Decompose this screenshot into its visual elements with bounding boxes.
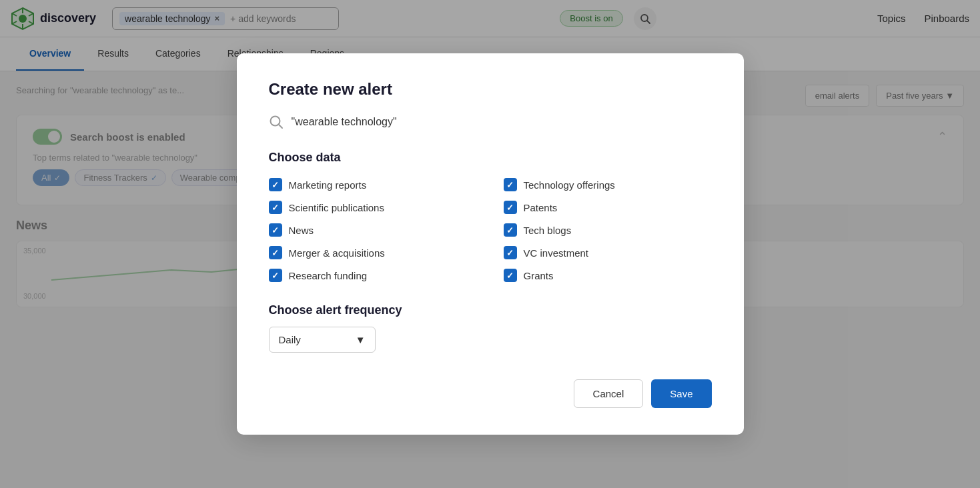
checkbox-research-icon[interactable] bbox=[269, 269, 282, 282]
checkbox-vc-label: VC investment bbox=[524, 247, 589, 259]
checkbox-tech-blogs-icon[interactable] bbox=[504, 223, 517, 237]
svg-line-11 bbox=[278, 125, 282, 129]
checkbox-merger-label: Merger & acquisitions bbox=[289, 247, 385, 259]
checkbox-marketing-label: Marketing reports bbox=[289, 179, 367, 191]
checkbox-scientific-publications[interactable]: Scientific publications bbox=[269, 201, 477, 214]
checkbox-scientific-label: Scientific publications bbox=[289, 202, 384, 213]
modal-search-icon bbox=[269, 115, 284, 129]
checkbox-technology-offerings[interactable]: Technology offerings bbox=[504, 178, 712, 191]
checkbox-news-label: News bbox=[289, 225, 314, 236]
modal-search-row: "wearable technology" bbox=[269, 115, 712, 129]
checkbox-patents-label: Patents bbox=[524, 202, 558, 213]
frequency-title: Choose alert frequency bbox=[269, 303, 712, 317]
checkbox-tech-offerings-icon[interactable] bbox=[504, 178, 517, 191]
choose-data-title: Choose data bbox=[269, 151, 712, 165]
checkbox-grants-icon[interactable] bbox=[504, 269, 517, 282]
checkbox-patents-icon[interactable] bbox=[504, 201, 517, 214]
modal-overlay: Create new alert "wearable technology" C… bbox=[0, 0, 980, 321]
checkbox-tech-blogs-label: Tech blogs bbox=[524, 225, 572, 236]
modal-search-term: "wearable technology" bbox=[292, 116, 397, 128]
modal-title: Create new alert bbox=[269, 80, 712, 99]
checkbox-research-label: Research funding bbox=[289, 270, 368, 281]
checkbox-research-funding[interactable]: Research funding bbox=[269, 269, 477, 282]
checkbox-marketing-icon[interactable] bbox=[269, 178, 282, 191]
checkbox-patents[interactable]: Patents bbox=[504, 201, 712, 214]
checkbox-merger-icon[interactable] bbox=[269, 246, 282, 259]
checkbox-merger-acquisitions[interactable]: Merger & acquisitions bbox=[269, 246, 477, 259]
create-alert-modal: Create new alert "wearable technology" C… bbox=[237, 53, 744, 321]
checkbox-tech-blogs[interactable]: Tech blogs bbox=[504, 223, 712, 237]
checkbox-grants-label: Grants bbox=[524, 270, 554, 281]
checkbox-grants[interactable]: Grants bbox=[504, 269, 712, 282]
checkbox-tech-offerings-label: Technology offerings bbox=[524, 179, 615, 191]
checkbox-vc-investment[interactable]: VC investment bbox=[504, 246, 712, 259]
checkbox-vc-icon[interactable] bbox=[504, 246, 517, 259]
checkbox-scientific-icon[interactable] bbox=[269, 201, 282, 214]
checkbox-news-icon[interactable] bbox=[269, 223, 282, 237]
checkbox-marketing-reports[interactable]: Marketing reports bbox=[269, 178, 477, 191]
checkboxes-grid: Marketing reports Technology offerings S… bbox=[269, 178, 712, 282]
checkbox-news[interactable]: News bbox=[269, 223, 477, 237]
